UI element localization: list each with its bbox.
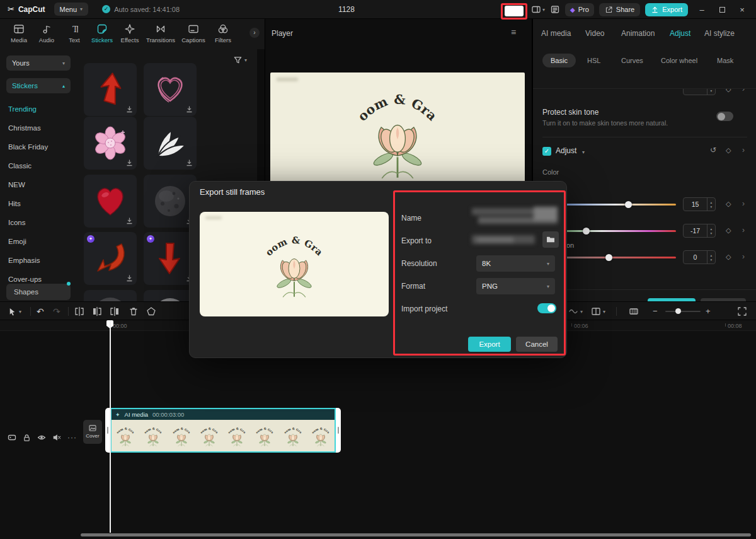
timeline-zoom-handle[interactable] [675,308,681,314]
download-icon[interactable] [125,217,134,225]
chevron-right-icon[interactable]: › [742,226,745,235]
tint-slider-handle[interactable] [583,228,590,235]
download-icon[interactable] [185,159,193,167]
tab-text[interactable]: T Text [60,19,88,49]
download-icon[interactable] [185,105,193,113]
subtab-color-wheel[interactable]: Color wheel [661,54,697,67]
tab-audio[interactable]: Audio [33,19,60,49]
subtab-hsl[interactable]: HSL [587,54,600,67]
lock-icon[interactable] [23,434,31,442]
sidebar-item-shapes[interactable]: Shapes [6,284,71,300]
sidebar-section-stickers[interactable]: Stickers▴ [6,78,71,93]
sidebar-item-christmas[interactable]: Christmas [0,119,77,137]
zoom-out-button[interactable]: − [653,306,658,316]
delete-right-button[interactable] [110,306,120,316]
sticker-tile-red-heart[interactable] [84,175,137,228]
select-tool-button[interactable]: ▾ [8,307,21,316]
undo-button[interactable]: ↶ [37,306,44,316]
timeline-scrollbar[interactable] [81,533,751,536]
sidebar-item-new[interactable]: NEW [0,175,77,194]
pro-badge[interactable]: ◆ Pro [565,3,594,16]
saturation-slider-handle[interactable] [605,254,612,261]
minimize-button[interactable]: – [692,0,712,19]
keyframe-icon[interactable]: ◇ [726,226,731,235]
sidebar-item-black-friday[interactable]: Black Friday [0,137,77,156]
playhead[interactable] [106,320,114,533]
export-path-redacted[interactable] [472,233,537,247]
dialog-export-button[interactable]: Export [468,337,511,352]
sidebar-item-trending[interactable]: Trending [0,100,77,119]
tab-animation[interactable]: Animation [621,29,655,38]
keyframe-icon[interactable]: ◇ [726,200,731,208]
sidebar-item-emoji[interactable]: Emoji [0,232,77,251]
fit-timeline-button[interactable] [737,306,747,316]
export-button[interactable]: Export [645,3,688,16]
track-view-options-button[interactable]: ▾ [591,306,605,316]
sidebar-item-classic[interactable]: Classic [0,156,77,175]
yours-dropdown[interactable]: Yours▾ [6,55,71,71]
cover-button[interactable]: Cover [83,420,102,444]
chevron-right-icon[interactable]: › [742,252,745,261]
sticker-tile-pink-scribble-heart[interactable] [144,63,197,116]
browse-folder-button[interactable] [542,231,559,248]
preview-frames-button[interactable] [629,306,639,316]
sidebar-item-emphasis[interactable]: Emphasis [0,251,77,270]
sidebar-item-icons[interactable]: Icons [0,213,77,232]
subtab-basic[interactable]: Basic [542,54,576,67]
tab-ai-stylize[interactable]: AI stylize [704,29,735,38]
redo-button[interactable]: ↷ [53,306,60,316]
more-options-icon[interactable]: ··· [67,433,77,442]
eye-icon[interactable] [37,433,46,442]
maximize-button[interactable] [712,0,732,19]
keyframe-icon[interactable]: ◇ [726,88,731,93]
more-tabs-button[interactable]: › [249,28,260,38]
stepper-arrows[interactable]: ▴▾ [707,198,715,211]
chevron-right-icon[interactable]: › [742,146,745,154]
reset-icon[interactable]: ↺ [710,146,716,154]
mute-speaker-icon[interactable] [52,433,61,442]
tab-transitions[interactable]: Transitions [144,19,178,49]
clip-right-handle[interactable] [336,408,341,453]
slider-value-partial[interactable]: ▴▾ [683,88,716,95]
zoom-in-button[interactable]: + [706,306,711,316]
menu-button[interactable]: Menu▾ [54,3,89,16]
adjust-enabled-checkbox[interactable]: ✓ [542,147,551,156]
share-button[interactable]: Share [599,3,640,16]
tab-adjust[interactable]: Adjust [670,29,690,38]
sidebar-item-hits[interactable]: Hits [0,194,77,213]
keyframe-icon[interactable]: ◇ [726,253,731,261]
chevron-right-icon[interactable]: › [742,199,745,208]
tab-filters[interactable]: Filters [209,19,237,49]
tab-effects[interactable]: Effects [116,19,144,49]
layout-toggle-icon-button[interactable]: ▾ [531,4,545,14]
tab-video[interactable]: Video [585,29,604,38]
tint-value-box[interactable]: -17▴▾ [683,224,716,238]
sticker-tile-partial[interactable] [84,290,137,301]
format-select[interactable]: PNG▾ [476,278,555,294]
timeline-zoom-slider[interactable] [665,311,701,312]
main-track-icon[interactable] [8,433,16,442]
download-icon[interactable] [125,159,134,167]
delete-button[interactable] [129,306,139,316]
import-project-toggle[interactable] [537,303,556,313]
chevron-right-icon[interactable]: › [742,88,745,93]
tab-ai-media[interactable]: AI media [541,29,571,38]
temp-slider-handle[interactable] [625,201,632,208]
name-value-redacted[interactable] [472,207,560,227]
sticker-tile-white-petals[interactable] [144,117,197,170]
chevron-down-icon[interactable]: ▾ [582,149,585,155]
saturation-value-box[interactable]: 0▴▾ [683,250,716,264]
sticker-filter-button[interactable]: ▾ [233,55,247,65]
download-icon[interactable] [125,274,134,282]
timeline-clip[interactable]: ✦ AI media 00:00:03:00 [105,408,341,453]
subtab-curves[interactable]: Curves [621,54,643,67]
tab-media[interactable]: Media [5,19,33,49]
snapshot-button[interactable] [505,6,524,16]
split-clip-button[interactable] [74,306,84,316]
keyframe-icon[interactable]: ◇ [726,146,731,154]
tab-stickers[interactable]: Stickers [88,19,116,49]
delete-left-button[interactable] [92,306,102,316]
resolution-select[interactable]: 8K▾ [476,255,555,272]
tab-captions[interactable]: Captions [178,19,209,49]
audio-waveform-options-button[interactable]: ▾ [568,306,583,316]
